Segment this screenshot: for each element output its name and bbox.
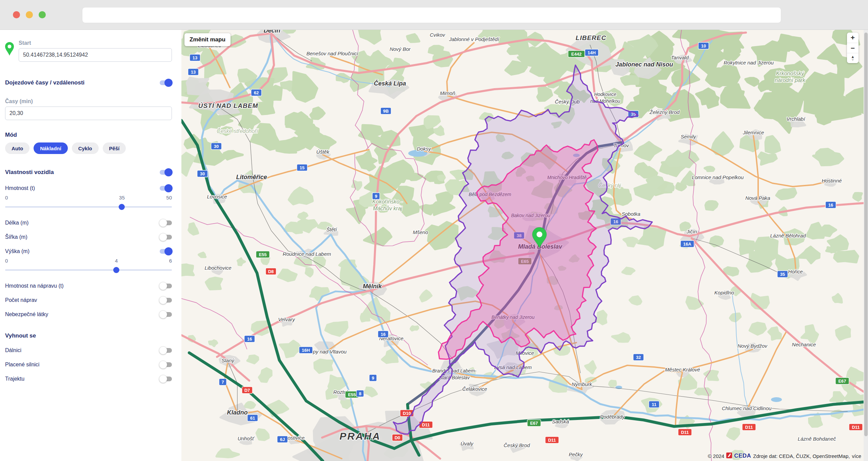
- axle-weight-toggle[interactable]: [160, 284, 172, 288]
- weight-slider-labels: 0 35 50: [5, 195, 172, 201]
- road-shield-label: 10: [701, 43, 706, 49]
- height-slider-thumb[interactable]: [113, 267, 119, 273]
- road-shield-label: 11: [652, 402, 656, 407]
- road-shield-label: D8: [268, 269, 274, 274]
- map-city-label: Jablonné v Podještědí: [449, 36, 499, 42]
- map-city-label: Doksy: [417, 146, 431, 152]
- weight-slider[interactable]: [5, 206, 172, 208]
- axle-count-toggle[interactable]: [160, 298, 172, 303]
- more-link[interactable]: více: [852, 453, 861, 459]
- map-attribution: © 2024 CEDA Zdroje dat: CEDA, ČUZK, Open…: [708, 453, 861, 459]
- zoom-in-button[interactable]: +: [847, 33, 859, 43]
- road-shield-label: D0: [395, 435, 400, 440]
- vehicle-section-title: Vlastnosti vozidla: [5, 169, 54, 176]
- change-map-button[interactable]: Změnit mapu: [184, 33, 231, 46]
- road-shield-label: D10: [403, 411, 411, 416]
- road-shield-label: D11: [852, 425, 860, 430]
- map-city-label: Mělník: [363, 283, 382, 290]
- road-shield-label: 9B: [383, 109, 389, 114]
- isochrone-toggle[interactable]: [160, 80, 172, 85]
- start-coordinates-input[interactable]: [19, 48, 172, 62]
- map-render[interactable]: DěčínLibouchecBenešov nad PloučnicíNový …: [181, 30, 868, 461]
- mode-section-title: Mód: [5, 132, 172, 138]
- scrollbar-thumb[interactable]: [864, 33, 868, 436]
- page-scrollbar[interactable]: [864, 30, 868, 461]
- weight-toggle[interactable]: [160, 186, 172, 191]
- width-toggle[interactable]: [160, 235, 172, 239]
- isochrone-section-title: Dojezdové časy / vzdálenosti: [5, 79, 84, 86]
- avoid-section-title: Vyhnout se: [5, 332, 172, 339]
- map-city-label: Unhošť: [238, 436, 255, 441]
- length-toggle[interactable]: [160, 220, 172, 225]
- map-city-label: Jičín: [686, 229, 697, 234]
- road-shield-label: 62: [254, 90, 259, 95]
- map-city-label: Děčín: [263, 30, 280, 34]
- road-shield-label: 14H: [588, 50, 596, 55]
- forest-patch: [285, 223, 302, 233]
- road-shield-label: E55: [259, 252, 267, 257]
- browser-toolbar: [0, 0, 868, 30]
- forest-patch: [705, 167, 714, 171]
- avoid-highway-toggle[interactable]: [160, 348, 172, 353]
- map-city-label: Štětí: [327, 227, 338, 232]
- road-shield-label: E442: [571, 52, 581, 57]
- height-slider-labels: 0 4 6: [5, 258, 172, 264]
- times-input[interactable]: [5, 107, 172, 120]
- vehicle-properties-toggle[interactable]: [160, 170, 172, 175]
- road-shield-label: 61: [250, 416, 255, 421]
- mode-option-auto[interactable]: Auto: [5, 142, 29, 154]
- weight-label: Hmotnost (t): [5, 185, 35, 191]
- road-shield-label: 16: [381, 332, 386, 337]
- forest-patch: [438, 176, 445, 180]
- forest-patch: [199, 253, 205, 257]
- map-city-label: Vrchlabí: [787, 116, 806, 122]
- minimize-window-button[interactable]: [26, 11, 33, 18]
- forest-patch: [776, 189, 796, 199]
- map-city-label: Lázně Bohdaneč: [798, 436, 836, 442]
- forest-patch: [622, 76, 638, 85]
- mode-option-cyklo[interactable]: Cyklo: [72, 142, 99, 154]
- forest-patch: [609, 381, 616, 386]
- axle-weight-label: Hmotnost na nápravu (t): [5, 283, 64, 289]
- forest-patch: [437, 193, 452, 204]
- forest-patch: [245, 402, 255, 408]
- ceda-logo-icon: [726, 453, 732, 459]
- map-city-label: Litoměřice: [236, 174, 267, 180]
- weight-slider-thumb[interactable]: [119, 204, 125, 210]
- address-bar[interactable]: [82, 7, 781, 23]
- length-label: Délka (m): [5, 220, 28, 226]
- map-city-label: Kopidlno: [714, 290, 734, 295]
- road-shield-label: 7: [221, 380, 224, 385]
- map-city-label: Mimoň: [440, 90, 455, 96]
- map-city-label: Cvikov: [430, 32, 446, 38]
- avoid-ferry-toggle[interactable]: [160, 377, 172, 381]
- urban-area: [187, 78, 210, 94]
- height-slider[interactable]: [5, 269, 172, 271]
- map-city-label: Nový Bydžov: [737, 343, 768, 349]
- hazmat-toggle[interactable]: [160, 312, 172, 317]
- zoom-window-button[interactable]: [39, 11, 46, 18]
- avoid-ferry-label: Trajektu: [5, 376, 24, 382]
- forest-patch: [724, 36, 740, 56]
- close-window-button[interactable]: [13, 11, 20, 18]
- map-city-label: Velvary: [278, 316, 295, 322]
- map-city-label: Železný Brod: [649, 109, 680, 115]
- mode-option-pěší[interactable]: Pěší: [103, 142, 126, 154]
- zoom-out-button[interactable]: −: [847, 43, 859, 53]
- avoid-toll-toggle[interactable]: [160, 362, 172, 367]
- map-city-label: Sobotka: [622, 211, 640, 217]
- width-label: Šířka (m): [5, 234, 27, 240]
- forest-patch: [727, 428, 739, 439]
- map-city-label: Roudnice nad Labem: [283, 251, 331, 257]
- map-city-label: Kladno: [227, 409, 248, 416]
- map-canvas[interactable]: DěčínLibouchecBenešov nad PloučnicíNový …: [181, 30, 868, 461]
- tilt-button[interactable]: ▲ ▼: [847, 53, 859, 63]
- map-city-label: Lázně Bělohrad: [770, 233, 806, 238]
- height-toggle[interactable]: [160, 249, 172, 254]
- axle-count-label: Počet náprav: [5, 297, 37, 303]
- ceda-brand: CEDA: [734, 453, 751, 459]
- forest-patch: [635, 163, 648, 174]
- mode-option-nákladní[interactable]: Nákladní: [34, 142, 68, 154]
- forest-patch: [411, 327, 418, 330]
- forest-patch: [758, 257, 771, 271]
